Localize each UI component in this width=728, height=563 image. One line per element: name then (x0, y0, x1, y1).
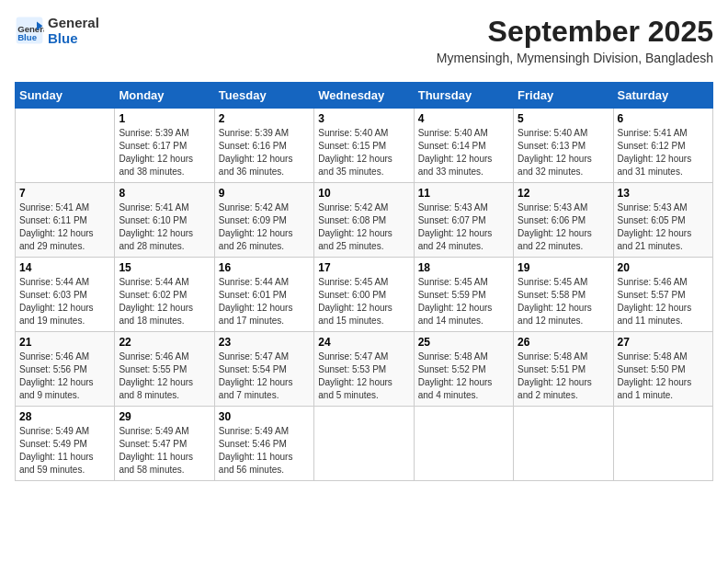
calendar-week-row: 28Sunrise: 5:49 AM Sunset: 5:49 PM Dayli… (16, 407, 713, 481)
day-number: 30 (219, 410, 310, 423)
location-title: Mymensingh, Mymensingh Division, Banglad… (437, 51, 713, 65)
day-number: 2 (219, 112, 310, 125)
day-info: Sunrise: 5:47 AM Sunset: 5:53 PM Dayligh… (318, 350, 409, 402)
month-title: September 2025 (437, 15, 713, 49)
day-info: Sunrise: 5:49 AM Sunset: 5:47 PM Dayligh… (119, 425, 210, 477)
svg-text:Blue: Blue (17, 32, 37, 42)
calendar-week-row: 1Sunrise: 5:39 AM Sunset: 6:17 PM Daylig… (16, 109, 713, 183)
day-number: 6 (618, 112, 709, 125)
calendar-cell: 26Sunrise: 5:48 AM Sunset: 5:51 PM Dayli… (514, 332, 613, 407)
calendar-week-row: 21Sunrise: 5:46 AM Sunset: 5:56 PM Dayli… (16, 332, 713, 407)
day-number: 21 (19, 336, 110, 349)
day-info: Sunrise: 5:46 AM Sunset: 5:55 PM Dayligh… (119, 350, 210, 402)
day-number: 22 (119, 336, 210, 349)
calendar-cell: 17Sunrise: 5:45 AM Sunset: 6:00 PM Dayli… (314, 258, 414, 332)
day-info: Sunrise: 5:48 AM Sunset: 5:50 PM Dayligh… (618, 350, 709, 402)
day-info: Sunrise: 5:44 AM Sunset: 6:01 PM Dayligh… (219, 276, 310, 327)
calendar-cell: 21Sunrise: 5:46 AM Sunset: 5:56 PM Dayli… (16, 332, 115, 407)
header-right: September 2025 Mymensingh, Mymensingh Di… (437, 15, 713, 75)
weekday-header-row: SundayMondayTuesdayWednesdayThursdayFrid… (16, 83, 713, 109)
calendar-cell: 11Sunrise: 5:43 AM Sunset: 6:07 PM Dayli… (414, 183, 513, 258)
calendar-header: SundayMondayTuesdayWednesdayThursdayFrid… (16, 83, 713, 109)
day-info: Sunrise: 5:40 AM Sunset: 6:15 PM Dayligh… (318, 127, 409, 178)
day-info: Sunrise: 5:40 AM Sunset: 6:14 PM Dayligh… (418, 127, 509, 178)
day-info: Sunrise: 5:45 AM Sunset: 5:58 PM Dayligh… (518, 276, 609, 327)
calendar-week-row: 14Sunrise: 5:44 AM Sunset: 6:03 PM Dayli… (16, 258, 713, 332)
calendar-week-row: 7Sunrise: 5:41 AM Sunset: 6:11 PM Daylig… (16, 183, 713, 258)
day-number: 12 (518, 187, 609, 200)
day-number: 10 (318, 187, 409, 200)
calendar-cell: 1Sunrise: 5:39 AM Sunset: 6:17 PM Daylig… (115, 109, 214, 183)
weekday-header-sunday: Sunday (16, 83, 115, 109)
calendar-cell: 10Sunrise: 5:42 AM Sunset: 6:08 PM Dayli… (314, 183, 414, 258)
weekday-header-friday: Friday (514, 83, 613, 109)
day-info: Sunrise: 5:46 AM Sunset: 5:57 PM Dayligh… (618, 276, 709, 327)
calendar-cell (613, 407, 712, 481)
weekday-header-monday: Monday (115, 83, 214, 109)
day-info: Sunrise: 5:39 AM Sunset: 6:17 PM Dayligh… (119, 127, 210, 178)
day-number: 13 (618, 187, 709, 200)
day-number: 23 (219, 336, 310, 349)
day-number: 8 (119, 187, 210, 200)
weekday-header-tuesday: Tuesday (214, 83, 313, 109)
day-info: Sunrise: 5:46 AM Sunset: 5:56 PM Dayligh… (19, 350, 110, 402)
day-number: 11 (418, 187, 509, 200)
calendar-cell: 9Sunrise: 5:42 AM Sunset: 6:09 PM Daylig… (214, 183, 313, 258)
calendar-cell (514, 407, 613, 481)
calendar-cell: 19Sunrise: 5:45 AM Sunset: 5:58 PM Dayli… (514, 258, 613, 332)
day-number: 5 (518, 112, 609, 125)
day-info: Sunrise: 5:42 AM Sunset: 6:08 PM Dayligh… (318, 201, 409, 253)
calendar-cell (16, 109, 115, 183)
weekday-header-wednesday: Wednesday (314, 83, 414, 109)
day-number: 7 (19, 187, 110, 200)
calendar-cell: 27Sunrise: 5:48 AM Sunset: 5:50 PM Dayli… (613, 332, 712, 407)
calendar-cell: 30Sunrise: 5:49 AM Sunset: 5:46 PM Dayli… (214, 407, 313, 481)
day-info: Sunrise: 5:45 AM Sunset: 5:59 PM Dayligh… (418, 276, 509, 327)
day-number: 25 (418, 336, 509, 349)
calendar-cell: 5Sunrise: 5:40 AM Sunset: 6:13 PM Daylig… (514, 109, 613, 183)
day-info: Sunrise: 5:48 AM Sunset: 5:52 PM Dayligh… (418, 350, 509, 402)
weekday-header-saturday: Saturday (613, 83, 712, 109)
day-number: 1 (119, 112, 210, 125)
day-number: 16 (219, 261, 310, 274)
day-number: 20 (618, 261, 709, 274)
logo: General Blue General Blue (15, 15, 99, 46)
calendar-cell: 25Sunrise: 5:48 AM Sunset: 5:52 PM Dayli… (414, 332, 513, 407)
calendar-cell: 4Sunrise: 5:40 AM Sunset: 6:14 PM Daylig… (414, 109, 513, 183)
day-info: Sunrise: 5:43 AM Sunset: 6:07 PM Dayligh… (418, 201, 509, 253)
day-number: 26 (518, 336, 609, 349)
day-info: Sunrise: 5:43 AM Sunset: 6:06 PM Dayligh… (518, 201, 609, 253)
day-number: 9 (219, 187, 310, 200)
day-number: 14 (19, 261, 110, 274)
calendar-cell: 16Sunrise: 5:44 AM Sunset: 6:01 PM Dayli… (214, 258, 313, 332)
calendar-cell: 23Sunrise: 5:47 AM Sunset: 5:54 PM Dayli… (214, 332, 313, 407)
calendar-cell: 15Sunrise: 5:44 AM Sunset: 6:02 PM Dayli… (115, 258, 214, 332)
weekday-header-thursday: Thursday (414, 83, 513, 109)
day-number: 4 (418, 112, 509, 125)
day-number: 17 (318, 261, 409, 274)
calendar-cell: 7Sunrise: 5:41 AM Sunset: 6:11 PM Daylig… (16, 183, 115, 258)
day-number: 27 (618, 336, 709, 349)
calendar-cell: 3Sunrise: 5:40 AM Sunset: 6:15 PM Daylig… (314, 109, 414, 183)
calendar-cell: 24Sunrise: 5:47 AM Sunset: 5:53 PM Dayli… (314, 332, 414, 407)
day-info: Sunrise: 5:47 AM Sunset: 5:54 PM Dayligh… (219, 350, 310, 402)
calendar-cell (414, 407, 513, 481)
general-blue-logo-icon: General Blue (15, 16, 44, 45)
day-number: 28 (19, 410, 110, 423)
day-number: 24 (318, 336, 409, 349)
calendar-cell: 14Sunrise: 5:44 AM Sunset: 6:03 PM Dayli… (16, 258, 115, 332)
day-info: Sunrise: 5:41 AM Sunset: 6:11 PM Dayligh… (19, 201, 110, 253)
day-info: Sunrise: 5:45 AM Sunset: 6:00 PM Dayligh… (318, 276, 409, 327)
top-area: General Blue General Blue September 2025… (15, 15, 713, 75)
calendar-cell: 12Sunrise: 5:43 AM Sunset: 6:06 PM Dayli… (514, 183, 613, 258)
day-info: Sunrise: 5:44 AM Sunset: 6:03 PM Dayligh… (19, 276, 110, 327)
day-info: Sunrise: 5:42 AM Sunset: 6:09 PM Dayligh… (219, 201, 310, 253)
day-number: 18 (418, 261, 509, 274)
calendar-table: SundayMondayTuesdayWednesdayThursdayFrid… (15, 82, 713, 481)
day-info: Sunrise: 5:43 AM Sunset: 6:05 PM Dayligh… (618, 201, 709, 253)
day-number: 3 (318, 112, 409, 125)
calendar-cell: 8Sunrise: 5:41 AM Sunset: 6:10 PM Daylig… (115, 183, 214, 258)
calendar-body: 1Sunrise: 5:39 AM Sunset: 6:17 PM Daylig… (16, 109, 713, 481)
calendar-cell: 6Sunrise: 5:41 AM Sunset: 6:12 PM Daylig… (613, 109, 712, 183)
day-info: Sunrise: 5:44 AM Sunset: 6:02 PM Dayligh… (119, 276, 210, 327)
